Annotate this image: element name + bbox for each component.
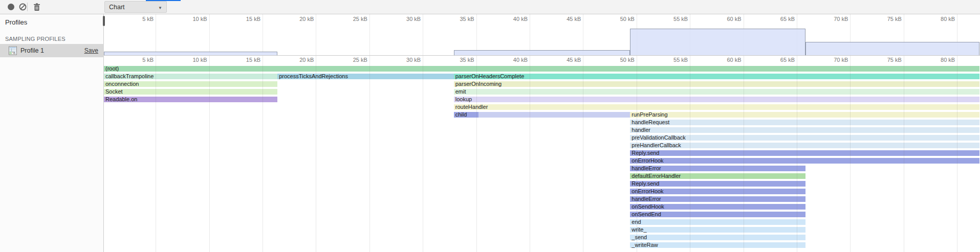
flame-bar-end[interactable]: end [630,219,805,225]
flame-bar-label: handler [631,127,650,133]
flame-row: Reply.send [104,181,980,187]
overview-axis-tick-label: 25 kB [332,16,367,22]
flame-bar-handleerror[interactable]: handleError [630,196,805,202]
flame-bar-socket[interactable]: Socket [104,89,277,95]
flame-row: callbackTrampolineprocessTicksAndRejecti… [104,74,980,79]
trash-icon [33,3,40,11]
flame-bar-label: handleError [631,166,661,171]
memory-overview-pane[interactable]: 5 kB10 kB15 kB20 kB25 kB30 kB35 kB40 kB4… [104,14,980,56]
ruler-tick-label: 80 kB [919,57,955,63]
flame-bar-handlerequest[interactable]: handleRequest [630,120,979,125]
flame-bar-label: Socket [105,89,123,95]
flame-bar-onsendhook[interactable]: onSendHook [630,204,805,210]
flame-bar-lookup[interactable]: lookup [454,97,979,102]
flame-bar-label: parserOnIncoming [455,81,502,87]
flame-bar-label: lookup [455,97,472,102]
flame-bar-defaulterrorhandler[interactable]: defaultErrorHandler [630,173,805,179]
flame-row: handleError [104,196,980,202]
flame-bar-label: Reply.send [631,181,659,187]
ruler-tick-label: 45 kB [545,57,581,63]
flame-bar-root[interactable]: (root) [104,66,979,72]
flame-bar-label: callbackTrampoline [105,74,154,79]
flame-bar-onconnection[interactable]: onconnection [104,81,277,87]
overview-axis-tick-label: 75 kB [866,16,902,22]
overview-gridline [316,14,316,55]
flame-bar-runpreparsing[interactable]: runPreParsing [630,112,979,118]
flame-chart[interactable]: (root)callbackTrampolineprocessTicksAndR… [104,64,980,252]
flame-row: onErrorHook [104,158,980,164]
vertical-scrollbar-thumb[interactable] [103,16,105,26]
sidebar: Profiles SAMPLING PROFILES % Profile 1 S… [0,14,104,252]
overview-gridline [583,14,583,55]
flame-bar-parseronheaderscomplete[interactable]: parserOnHeadersComplete [454,74,979,79]
profile-document-icon: % [8,46,17,55]
flame-bar-label: handleRequest [631,120,669,125]
flame-bar-processticksandrejections[interactable]: processTicksAndRejections [277,74,454,79]
flame-bar-label: write_ [631,227,646,233]
ruler-tick-label: 15 kB [225,57,260,63]
flame-bar-onerrorhook[interactable]: onErrorHook [630,189,805,194]
flame-bar-onsendend[interactable]: onSendEnd [630,212,805,217]
ruler-tick-label: 75 kB [866,57,902,63]
flame-bar-label: defaultErrorHandler [631,173,681,179]
delete-profile-button[interactable] [30,0,43,14]
flame-bar-readable-on[interactable]: Readable.on [104,97,277,102]
overview-axis-tick-label: 20 kB [278,16,314,22]
flame-bar-send[interactable]: _send [630,235,805,240]
flame-bar-callbacktrampoline[interactable]: callbackTrampoline [104,74,277,79]
flame-bar-handler[interactable]: handler [630,127,979,133]
ruler-tick-label: 65 kB [759,57,795,63]
flame-bar-write[interactable]: write_ [630,227,805,233]
flame-bar-routehandler[interactable]: routeHandler [454,104,979,110]
flame-row: write_ [104,227,980,233]
overview-gridline [423,14,423,55]
flame-row: handleError [104,166,980,171]
overview-area-segment [805,42,979,55]
flame-bar-handleerror[interactable]: handleError [630,166,805,171]
flame-bar-parseronincoming[interactable]: parserOnIncoming [454,81,979,87]
flame-row: onSendHook [104,204,980,210]
flame-bar-prevalidationcallback[interactable]: preValidationCallback [630,135,979,141]
flame-bar-label: onconnection [105,81,139,87]
ruler-tick-label: 60 kB [706,57,742,63]
toolbar-separator [27,3,28,11]
flame-row: Socketemit [104,89,980,95]
flame-bar-reply-send[interactable]: Reply.send [630,181,805,187]
flame-bar-onerrorhook[interactable]: onErrorHook [630,158,979,164]
chevron-down-icon: ▼ [158,6,162,10]
overview-axis-tick-label: 5 kB [118,16,154,22]
ruler-tick-label: 20 kB [278,57,314,63]
flame-bar-emit[interactable]: emit [454,89,979,95]
flame-bar-tail[interactable] [478,112,630,118]
block-icon [19,3,27,11]
ruler-tick-label: 50 kB [599,57,635,63]
flame-bar-label: runPreParsing [631,112,667,118]
view-mode-value: Chart [109,4,125,11]
flame-bar-child[interactable]: child [454,112,478,118]
record-icon [8,4,14,10]
flame-bar-label: child [455,112,467,118]
flame-row: onSendEnd [104,212,980,217]
overview-axis-tick-label: 35 kB [439,16,474,22]
sampling-profiles-section-label: SAMPLING PROFILES [5,36,66,42]
ruler-tick-label: 5 kB [118,57,154,63]
sidebar-item-profile-1[interactable]: % Profile 1 Save [0,44,104,57]
overview-gridline [476,14,477,55]
overview-axis-tick-label: 80 kB [919,16,955,22]
flame-row: preHandlerCallback [104,143,980,148]
save-profile-link[interactable]: Save [84,47,98,54]
flame-row: (root) [104,66,980,72]
flame-bar-label: handleError [631,196,661,202]
overview-axis-tick-label: 30 kB [385,16,421,22]
flame-bar-label: routeHandler [455,104,488,110]
flame-bar-writeraw[interactable]: _writeRaw [630,242,805,248]
view-mode-select[interactable]: Chart ▼ [104,1,167,13]
flame-bar-reply-send[interactable]: Reply.send [630,150,979,156]
flame-bar-label: onErrorHook [631,158,663,164]
overview-axis-tick-label: 50 kB [599,16,635,22]
flame-bar-prehandlercallback[interactable]: preHandlerCallback [630,143,979,148]
overview-gridline [530,14,530,55]
overview-axis-tick-label: 45 kB [545,16,581,22]
overview-gridline [369,14,370,55]
profile-name: Profile 1 [20,47,44,54]
